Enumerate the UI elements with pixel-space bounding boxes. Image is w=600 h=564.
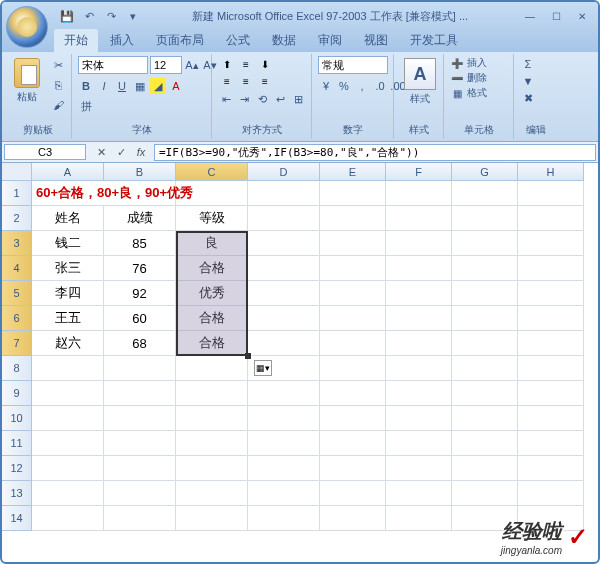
cell-E13[interactable] xyxy=(320,481,386,506)
cell-C5[interactable]: 优秀 xyxy=(176,281,248,306)
wrap-text-icon[interactable]: ↩ xyxy=(272,91,288,107)
col-header-A[interactable]: A xyxy=(32,163,104,181)
cancel-formula-icon[interactable]: ✕ xyxy=(92,146,110,159)
cell-D4[interactable] xyxy=(248,256,320,281)
decrease-indent-icon[interactable]: ⇤ xyxy=(218,91,234,107)
cell-D1[interactable] xyxy=(248,181,320,206)
cell-E8[interactable] xyxy=(320,356,386,381)
cell-H1[interactable] xyxy=(518,181,584,206)
redo-icon[interactable]: ↷ xyxy=(102,7,120,25)
cell-D2[interactable] xyxy=(248,206,320,231)
tab-layout[interactable]: 页面布局 xyxy=(146,29,214,52)
office-button[interactable] xyxy=(6,6,48,48)
cell-A10[interactable] xyxy=(32,406,104,431)
align-right-icon[interactable]: ≡ xyxy=(256,73,274,89)
row-header-8[interactable]: 8 xyxy=(2,356,32,381)
cell-G6[interactable] xyxy=(452,306,518,331)
copy-icon[interactable]: ⎘ xyxy=(48,76,68,94)
orientation-icon[interactable]: ⟲ xyxy=(254,91,270,107)
font-color-button[interactable]: A xyxy=(168,78,184,94)
col-header-D[interactable]: D xyxy=(248,163,320,181)
cell-A5[interactable]: 李四 xyxy=(32,281,104,306)
cell-H9[interactable] xyxy=(518,381,584,406)
cell-E12[interactable] xyxy=(320,456,386,481)
cell-G12[interactable] xyxy=(452,456,518,481)
cell-H10[interactable] xyxy=(518,406,584,431)
cell-B10[interactable] xyxy=(104,406,176,431)
qat-dropdown-icon[interactable]: ▾ xyxy=(124,7,142,25)
cell-D9[interactable] xyxy=(248,381,320,406)
cell-C14[interactable] xyxy=(176,506,248,531)
minimize-button[interactable]: — xyxy=(518,8,542,24)
row-header-3[interactable]: 3 xyxy=(2,231,32,256)
maximize-button[interactable]: ☐ xyxy=(544,8,568,24)
row-header-2[interactable]: 2 xyxy=(2,206,32,231)
cell-B11[interactable] xyxy=(104,431,176,456)
cell-C2[interactable]: 等级 xyxy=(176,206,248,231)
undo-icon[interactable]: ↶ xyxy=(80,7,98,25)
formula-input[interactable] xyxy=(154,144,596,161)
cell-G10[interactable] xyxy=(452,406,518,431)
cell-A9[interactable] xyxy=(32,381,104,406)
row-header-1[interactable]: 1 xyxy=(2,181,32,206)
cell-H7[interactable] xyxy=(518,331,584,356)
cell-G4[interactable] xyxy=(452,256,518,281)
cell-F9[interactable] xyxy=(386,381,452,406)
increase-indent-icon[interactable]: ⇥ xyxy=(236,91,252,107)
row-header-13[interactable]: 13 xyxy=(2,481,32,506)
cell-C3[interactable]: 良 xyxy=(176,231,248,256)
cell-F14[interactable] xyxy=(386,506,452,531)
cell-E10[interactable] xyxy=(320,406,386,431)
col-header-H[interactable]: H xyxy=(518,163,584,181)
row-header-6[interactable]: 6 xyxy=(2,306,32,331)
cell-E7[interactable] xyxy=(320,331,386,356)
underline-button[interactable]: U xyxy=(114,78,130,94)
tab-developer[interactable]: 开发工具 xyxy=(400,29,468,52)
cell-F11[interactable] xyxy=(386,431,452,456)
cell-H13[interactable] xyxy=(518,481,584,506)
cell-A6[interactable]: 王五 xyxy=(32,306,104,331)
cell-E6[interactable] xyxy=(320,306,386,331)
row-header-12[interactable]: 12 xyxy=(2,456,32,481)
enter-formula-icon[interactable]: ✓ xyxy=(112,146,130,159)
font-size-select[interactable] xyxy=(150,56,182,74)
align-left-icon[interactable]: ≡ xyxy=(218,73,236,89)
format-painter-icon[interactable]: 🖌 xyxy=(48,96,68,114)
merge-icon[interactable]: ⊞ xyxy=(290,91,306,107)
cell-E5[interactable] xyxy=(320,281,386,306)
cell-G2[interactable] xyxy=(452,206,518,231)
close-button[interactable]: ✕ xyxy=(570,8,594,24)
tab-view[interactable]: 视图 xyxy=(354,29,398,52)
cell-A12[interactable] xyxy=(32,456,104,481)
cell-G7[interactable] xyxy=(452,331,518,356)
align-top-icon[interactable]: ⬆ xyxy=(218,56,236,72)
row-header-10[interactable]: 10 xyxy=(2,406,32,431)
cell-H11[interactable] xyxy=(518,431,584,456)
autofill-options-button[interactable]: ▦▾ xyxy=(254,360,272,376)
cell-D14[interactable] xyxy=(248,506,320,531)
col-header-G[interactable]: G xyxy=(452,163,518,181)
fill-icon[interactable]: ▼ xyxy=(520,73,536,89)
cell-B3[interactable]: 85 xyxy=(104,231,176,256)
grow-font-icon[interactable]: A▴ xyxy=(184,57,200,73)
align-center-icon[interactable]: ≡ xyxy=(237,73,255,89)
row-header-7[interactable]: 7 xyxy=(2,331,32,356)
cell-D12[interactable] xyxy=(248,456,320,481)
cell-D11[interactable] xyxy=(248,431,320,456)
cell-F10[interactable] xyxy=(386,406,452,431)
cell-H8[interactable] xyxy=(518,356,584,381)
tab-formulas[interactable]: 公式 xyxy=(216,29,260,52)
cell-F2[interactable] xyxy=(386,206,452,231)
cell-B12[interactable] xyxy=(104,456,176,481)
cell-E14[interactable] xyxy=(320,506,386,531)
cell-C6[interactable]: 合格 xyxy=(176,306,248,331)
cell-C10[interactable] xyxy=(176,406,248,431)
cell-F6[interactable] xyxy=(386,306,452,331)
styles-button[interactable]: A 样式 xyxy=(400,56,440,108)
cell-A2[interactable]: 姓名 xyxy=(32,206,104,231)
cell-G5[interactable] xyxy=(452,281,518,306)
cell-F4[interactable] xyxy=(386,256,452,281)
cell-H2[interactable] xyxy=(518,206,584,231)
row-header-5[interactable]: 5 xyxy=(2,281,32,306)
bold-button[interactable]: B xyxy=(78,78,94,94)
